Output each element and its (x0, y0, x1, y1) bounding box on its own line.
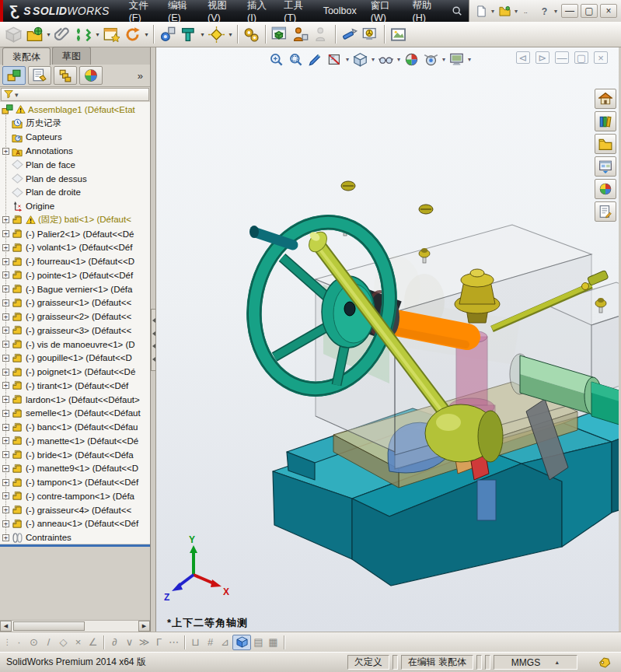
split-grid-button[interactable]: ▦ (266, 635, 281, 650)
interference-detection-button[interactable] (360, 24, 381, 45)
close-button[interactable]: × (600, 4, 617, 18)
tree-row[interactable]: Plan de droite (0, 186, 150, 200)
intersection-snap-button[interactable]: × (71, 635, 85, 650)
tree-row[interactable]: +(-) graisseur<2> (Défaut<< (0, 310, 150, 324)
pane-left-button[interactable]: ⊲ (516, 51, 530, 64)
snapbar-drag-handle[interactable]: ⋮ (2, 635, 12, 650)
scroll-right-button[interactable]: ▶ (138, 621, 150, 632)
tree-row[interactable]: +(-) anneau<1> (Défaut<<Déf (0, 517, 150, 531)
view-orientation-button-caret[interactable]: ▾ (370, 56, 376, 63)
exploded-view-button[interactable] (269, 24, 290, 45)
tree-row[interactable]: +(-) fourreau<1> (Défaut<<D (0, 254, 150, 268)
previous-view-button[interactable] (305, 50, 325, 68)
tangent-snap-button[interactable]: ∂ (107, 635, 122, 650)
line-snap-button[interactable]: / (41, 635, 56, 650)
open-from-web-button[interactable] (24, 24, 45, 45)
new-document-button-caret[interactable]: ▾ (490, 8, 496, 15)
open-document-button-caret[interactable]: ▾ (513, 8, 519, 15)
splitter-collapse-handle[interactable] (151, 309, 156, 371)
section-view-button-caret[interactable]: ▾ (344, 56, 351, 63)
expand-toggle[interactable]: + (2, 492, 9, 499)
menu-item-1[interactable]: 文件(F) (122, 0, 161, 22)
expand-toggle[interactable]: + (2, 369, 9, 376)
tree-row[interactable]: +(固定) bati<1> (Défaut< (0, 213, 150, 227)
units-selector[interactable]: MMGS ▲ (494, 655, 577, 670)
tree-row[interactable]: +(-) graisseur<1> (Défaut<< (0, 296, 150, 310)
file-explorer-button[interactable] (595, 134, 616, 154)
tree-row[interactable]: +(-) tampon<1> (Défaut<<Déf (0, 475, 150, 489)
tree-row[interactable]: +(-) tirant<1> (Défaut<<Déf (0, 379, 150, 393)
scroll-left-button[interactable]: ◀ (0, 621, 12, 632)
expand-toggle[interactable]: + (2, 299, 9, 306)
open-document-button[interactable] (497, 3, 512, 19)
component-preview-button[interactable] (101, 24, 122, 45)
tailstock-assembly-model[interactable]: Y X Z (156, 47, 619, 632)
show-hidden-components-button[interactable] (178, 24, 199, 45)
zoom-to-area-button[interactable] (286, 50, 305, 68)
panel-horizontal-scrollbar[interactable]: ◀ ▶ (0, 620, 150, 632)
view-settings-button-caret[interactable]: ▾ (466, 56, 473, 63)
nearest-snap-button[interactable]: ∨ (122, 635, 137, 650)
grid-snap-button[interactable]: # (203, 635, 218, 650)
expand-toggle[interactable]: + (2, 451, 9, 458)
expand-toggle[interactable]: + (2, 465, 9, 472)
menu-item-8[interactable]: 帮助(H) (405, 0, 445, 22)
expand-toggle[interactable]: + (2, 285, 9, 292)
expand-toggle[interactable]: + (2, 382, 9, 389)
tree-row[interactable]: +(-) poignet<1> (Défaut<<Dé (0, 365, 150, 379)
document-tab-1[interactable]: 装配体 (2, 47, 51, 65)
apply-scene-button[interactable] (421, 50, 441, 68)
menu-item-4[interactable]: 插入(I) (240, 0, 277, 22)
expand-toggle[interactable]: + (2, 479, 9, 486)
minimize-button[interactable]: — (561, 4, 578, 18)
smart-fasteners-button-caret[interactable]: ▾ (227, 31, 234, 38)
expand-toggle[interactable]: + (2, 520, 9, 527)
dimension-snap-button[interactable]: ⊔ (188, 635, 203, 650)
tree-row[interactable]: +(-) pointe<1> (Défaut<<Déf (0, 268, 150, 282)
menu-item-7[interactable]: 窗口(W) (364, 0, 406, 22)
tree-row[interactable]: +(-) vis de manoeuvre<1> (D (0, 338, 150, 352)
expand-toggle[interactable]: + (2, 258, 9, 265)
scroll-thumb[interactable] (13, 621, 85, 631)
angle-snap-button[interactable]: ∠ (85, 635, 100, 650)
tree-row[interactable]: +(-) manette9<1> (Défaut<<D (0, 462, 150, 476)
move-component-button[interactable] (157, 24, 178, 45)
show-hidden-components-button-caret[interactable]: ▾ (199, 31, 206, 38)
doc-restore-button[interactable]: ▢ (574, 51, 588, 64)
tree-row[interactable]: 历史记录 (0, 117, 150, 131)
menu-item-3[interactable]: 视图(V) (201, 0, 240, 22)
menu-item-6[interactable]: Toolbox (316, 0, 364, 22)
tree-row[interactable]: Plan de dessus (0, 172, 150, 186)
expand-toggle[interactable]: + (2, 355, 9, 362)
apply-scene-button-caret[interactable]: ▾ (441, 56, 447, 63)
pane-right-button[interactable]: ⊳ (536, 51, 549, 64)
tag-icon[interactable] (598, 656, 612, 669)
help-button[interactable]: ? (536, 3, 552, 19)
tree-row[interactable]: +(-) bride<1> (Défaut<<Défa (0, 448, 150, 462)
expand-toggle[interactable]: + (2, 341, 9, 348)
tree-row[interactable]: Capteurs (0, 131, 150, 145)
expand-toggle[interactable]: + (2, 506, 9, 513)
tree-row[interactable]: +semelle<1> (Défaut<<Défaut (0, 407, 150, 421)
new-document-button[interactable] (473, 3, 489, 19)
view-orientation-button[interactable] (351, 50, 370, 68)
panel-splitter[interactable] (151, 47, 156, 632)
design-library-button[interactable] (595, 111, 616, 131)
tree-row[interactable]: +(-) Palier2<1> (Défaut<<Dé (0, 227, 150, 241)
tree-row[interactable]: +(-) Bague vernier<1> (Défa (0, 282, 150, 296)
custom-properties-button[interactable] (595, 201, 616, 222)
search-icon[interactable] (445, 0, 469, 22)
view-settings-button[interactable] (447, 50, 466, 68)
menu-item-5[interactable]: 工具(T) (277, 0, 316, 22)
expand-toggle[interactable]: + (2, 424, 9, 431)
tree-row[interactable]: +(-) graisseur<4> (Défaut<< (0, 503, 150, 517)
appearances-scenes-button[interactable] (595, 179, 616, 199)
manager-tabs-overflow[interactable]: » (138, 70, 148, 82)
parallel-snap-button[interactable]: ≫ (137, 635, 152, 650)
tree-row[interactable]: +Contraintes (0, 530, 150, 544)
doc-close-button[interactable]: × (594, 51, 608, 64)
tree-row[interactable]: +AAnnotations (0, 144, 150, 158)
zoom-to-fit-button[interactable] (267, 50, 286, 68)
tree-row[interactable]: +(-) goupille<1> (Défaut<<D (0, 352, 150, 366)
tree-row[interactable]: +(-) banc<1> (Défaut<<Défau (0, 420, 150, 434)
